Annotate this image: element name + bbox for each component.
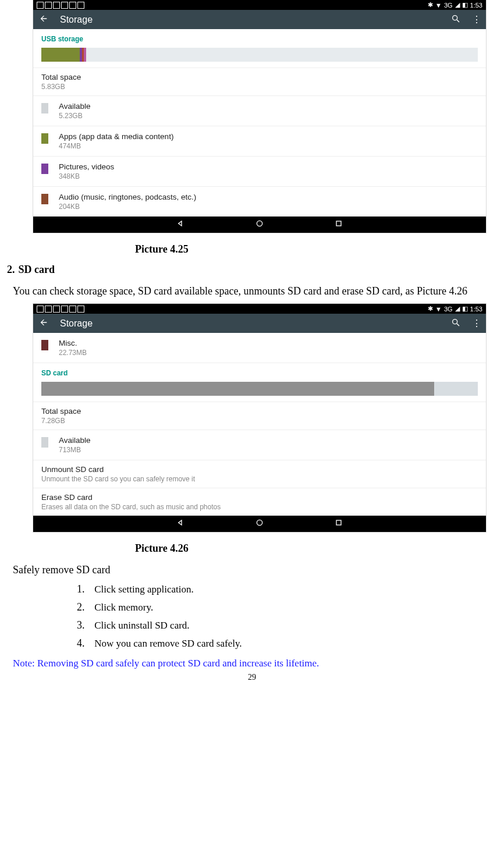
apps-label: Apps (app data & media content): [59, 132, 173, 141]
battery-icon: ◧: [462, 1, 468, 9]
erase-label: Erase SD card: [41, 493, 478, 502]
row-erase-sd[interactable]: Erase SD card Erases all data on the SD …: [33, 488, 486, 516]
svg-rect-3: [336, 221, 341, 226]
total-space-label: Total space: [41, 73, 478, 81]
heading-sd-card: 2.SD card: [7, 264, 497, 276]
screenshot-storage-sd: ✱ ▼ 3G ◢ ◧ 1:53 Storage ⋮ Misc. 22.73MB …: [33, 304, 486, 532]
step-1: 1. Click setting application.: [77, 583, 497, 595]
search-icon[interactable]: [451, 14, 460, 26]
nav-recent-icon[interactable]: [334, 219, 343, 231]
app-bar: Storage ⋮: [33, 10, 486, 29]
row-total-space[interactable]: Total space 5.83GB: [33, 68, 486, 95]
row-audio[interactable]: Audio (music, ringtones, podcasts, etc.)…: [33, 186, 486, 217]
back-icon[interactable]: [39, 14, 48, 26]
svg-line-1: [457, 20, 459, 22]
clock: 1:53: [470, 2, 482, 9]
note-text: Note: Removing SD card safely can protec…: [13, 658, 497, 669]
apps-value: 474MB: [59, 142, 173, 150]
audio-value: 204KB: [59, 203, 196, 211]
chip-apps: [41, 133, 48, 144]
app-bar: Storage ⋮: [33, 314, 486, 333]
heading-number: 2.: [7, 264, 15, 275]
bar-seg-misc: [84, 48, 86, 62]
nav-recent-icon[interactable]: [334, 518, 343, 530]
row-available[interactable]: Available5.23GB: [33, 95, 486, 126]
status-bar: ✱ ▼ 3G ◢ ◧ 1:53: [33, 304, 486, 314]
sd-available-label: Available: [59, 436, 91, 445]
chip-audio: [41, 194, 48, 204]
sd-available-value: 713MB: [59, 446, 91, 454]
step-3: 3. Click uninstall SD card.: [77, 619, 497, 631]
status-right: ✱ ▼ 3G ◢ ◧ 1:53: [428, 1, 482, 9]
heading-text: SD card: [19, 264, 55, 275]
step-2: 2. Click memory.: [77, 601, 497, 613]
sd-bar-used: [41, 382, 434, 396]
section-usb-storage: USB storage: [33, 29, 486, 48]
nav-home-icon[interactable]: [255, 518, 264, 530]
misc-value: 22.73MB: [59, 349, 87, 357]
battery-icon: ◧: [462, 305, 468, 313]
chip-available: [41, 437, 48, 448]
nav-bar: [33, 217, 486, 233]
network-label: 3G: [444, 2, 453, 9]
chip-pictures: [41, 164, 48, 174]
steps-list: 1. Click setting application.2. Click me…: [77, 583, 497, 650]
signal-icon: ▼: [435, 306, 442, 313]
nav-bar: [33, 516, 486, 532]
nav-home-icon[interactable]: [255, 219, 264, 231]
misc-label: Misc.: [59, 339, 87, 347]
sd-total-label: Total space: [41, 407, 478, 416]
available-label: Available: [59, 102, 91, 111]
available-value: 5.23GB: [59, 112, 91, 120]
screenshot-storage-usb: ✱ ▼ 3G ◢ ◧ 1:53 Storage ⋮ USB storage To…: [33, 0, 486, 233]
search-icon[interactable]: [451, 318, 460, 329]
cell-signal-icon: ◢: [455, 305, 460, 313]
row-unmount-sd[interactable]: Unmount SD card Unmount the SD card so y…: [33, 460, 486, 488]
row-sd-total[interactable]: Total space 7.28GB: [33, 402, 486, 430]
status-right: ✱ ▼ 3G ◢ ◧ 1:53: [428, 305, 482, 313]
paragraph-sd-intro: You can check storage space, SD card ava…: [13, 284, 497, 298]
svg-point-4: [453, 319, 457, 324]
app-bar-title: Storage: [60, 15, 439, 25]
svg-rect-7: [336, 520, 341, 525]
cell-signal-icon: ◢: [455, 1, 460, 9]
svg-point-0: [453, 15, 457, 20]
back-icon[interactable]: [39, 318, 48, 329]
pictures-label: Pictures, videos: [59, 162, 114, 171]
network-label: 3G: [444, 306, 453, 313]
overflow-icon[interactable]: ⋮: [472, 14, 480, 25]
section-sd-card: SD card: [33, 363, 486, 382]
erase-sub: Erases all data on the SD card, such as …: [41, 503, 478, 511]
caption-picture-4-26: Picture 4.26: [135, 542, 497, 555]
chip-available: [41, 103, 48, 113]
clock: 1:53: [470, 306, 482, 313]
status-left-icons: [37, 306, 84, 313]
status-left-icons: [37, 2, 84, 9]
total-space-value: 5.83GB: [41, 83, 478, 91]
bluetooth-icon: ✱: [428, 305, 433, 313]
app-bar-title: Storage: [60, 318, 439, 329]
safe-remove-title: Safely remove SD card: [13, 563, 497, 577]
nav-back-icon[interactable]: [176, 219, 185, 231]
unmount-label: Unmount SD card: [41, 465, 478, 474]
storage-bar: [41, 48, 478, 62]
pictures-value: 348KB: [59, 172, 114, 180]
svg-point-6: [257, 520, 262, 525]
row-misc[interactable]: Misc. 22.73MB: [33, 333, 486, 363]
page-number: 29: [7, 673, 497, 682]
unmount-sub: Unmount the SD card so you can safely re…: [41, 475, 478, 483]
nav-back-icon[interactable]: [176, 518, 185, 530]
row-apps[interactable]: Apps (app data & media content)474MB: [33, 126, 486, 156]
step-4: 4. Now you can remove SD card safely.: [77, 637, 497, 650]
bluetooth-icon: ✱: [428, 1, 433, 9]
chip-misc: [41, 340, 48, 350]
caption-picture-4-25: Picture 4.25: [135, 243, 497, 256]
row-sd-available[interactable]: Available 713MB: [33, 430, 486, 460]
svg-point-2: [257, 221, 262, 226]
signal-icon: ▼: [435, 2, 442, 9]
svg-line-5: [457, 324, 459, 326]
audio-label: Audio (music, ringtones, podcasts, etc.): [59, 193, 196, 201]
status-bar: ✱ ▼ 3G ◢ ◧ 1:53: [33, 0, 486, 10]
overflow-icon[interactable]: ⋮: [472, 318, 480, 329]
row-pictures[interactable]: Pictures, videos348KB: [33, 156, 486, 186]
